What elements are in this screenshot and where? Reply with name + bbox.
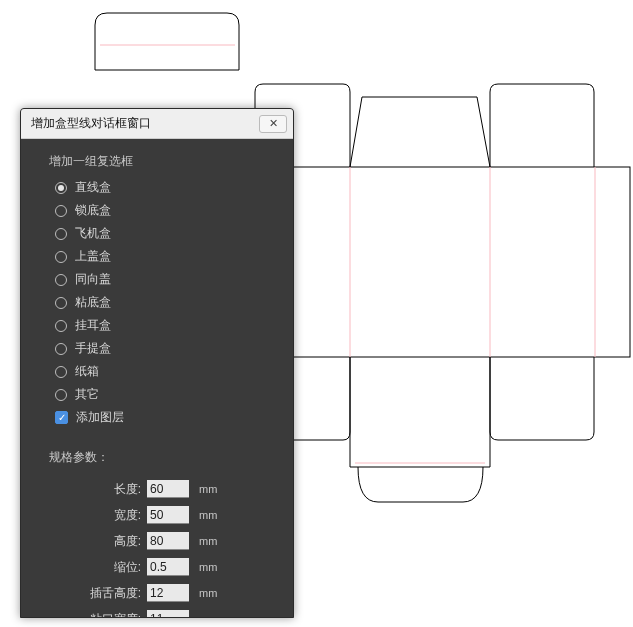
add-layer-label: 添加图层 — [76, 409, 124, 426]
dialog-titlebar[interactable]: 增加盒型线对话框窗口 ✕ — [21, 109, 293, 139]
spec-unit: mm — [199, 535, 217, 547]
radio-icon — [55, 389, 67, 401]
spec-label: 缩位: — [49, 559, 143, 576]
checkbox-icon — [55, 411, 68, 424]
box-type-options: 直线盒锁底盒飞机盒上盖盒同向盖粘底盒挂耳盒手提盒纸箱其它添加图层 — [55, 176, 275, 429]
option-label: 纸箱 — [75, 363, 99, 380]
radio-icon — [55, 205, 67, 217]
add-layer-option[interactable]: 添加图层 — [55, 406, 275, 429]
box-type-option[interactable]: 锁底盒 — [55, 199, 275, 222]
spec-unit: mm — [199, 509, 217, 521]
spec-input[interactable] — [147, 480, 189, 498]
spec-row: 缩位:mm — [49, 554, 275, 580]
spec-row: 宽度:mm — [49, 502, 275, 528]
option-label: 锁底盒 — [75, 202, 111, 219]
spec-label: 宽度: — [49, 507, 143, 524]
spec-label: 长度: — [49, 481, 143, 498]
option-label: 其它 — [75, 386, 99, 403]
spec-label: 粘口宽度: — [49, 611, 143, 618]
spec-row: 粘口宽度:mm — [49, 606, 275, 617]
option-label: 手提盒 — [75, 340, 111, 357]
close-button[interactable]: ✕ — [259, 115, 287, 133]
box-type-option[interactable]: 手提盒 — [55, 337, 275, 360]
spec-input[interactable] — [147, 532, 189, 550]
spec-title: 规格参数： — [49, 449, 275, 466]
spec-input[interactable] — [147, 558, 189, 576]
radio-icon — [55, 274, 67, 286]
add-box-dialog: 增加盒型线对话框窗口 ✕ 增加一组复选框 直线盒锁底盒飞机盒上盖盒同向盖粘底盒挂… — [20, 108, 294, 618]
spec-unit: mm — [199, 587, 217, 599]
radio-icon — [55, 228, 67, 240]
radio-icon — [55, 251, 67, 263]
radio-icon — [55, 343, 67, 355]
spec-section: 规格参数： 长度:mm宽度:mm高度:mm缩位:mm插舌高度:mm粘口宽度:mm — [49, 449, 275, 617]
spec-input[interactable] — [147, 506, 189, 524]
spec-row: 高度:mm — [49, 528, 275, 554]
option-label: 直线盒 — [75, 179, 111, 196]
spec-unit: mm — [199, 561, 217, 573]
radio-icon — [55, 182, 67, 194]
close-icon: ✕ — [269, 117, 278, 130]
dialog-body: 增加一组复选框 直线盒锁底盒飞机盒上盖盒同向盖粘底盒挂耳盒手提盒纸箱其它添加图层… — [21, 139, 293, 617]
box-type-option[interactable]: 上盖盒 — [55, 245, 275, 268]
option-label: 粘底盒 — [75, 294, 111, 311]
spec-label: 插舌高度: — [49, 585, 143, 602]
spec-input[interactable] — [147, 610, 189, 617]
box-type-option[interactable]: 粘底盒 — [55, 291, 275, 314]
box-type-option[interactable]: 飞机盒 — [55, 222, 275, 245]
option-label: 挂耳盒 — [75, 317, 111, 334]
group-label: 增加一组复选框 — [49, 153, 275, 170]
spec-row: 长度:mm — [49, 476, 275, 502]
option-label: 飞机盒 — [75, 225, 111, 242]
radio-icon — [55, 297, 67, 309]
spec-unit: mm — [199, 483, 217, 495]
box-type-option[interactable]: 同向盖 — [55, 268, 275, 291]
spec-unit: mm — [199, 613, 217, 617]
box-type-option[interactable]: 纸箱 — [55, 360, 275, 383]
option-label: 上盖盒 — [75, 248, 111, 265]
spec-input[interactable] — [147, 584, 189, 602]
spec-label: 高度: — [49, 533, 143, 550]
box-type-option[interactable]: 直线盒 — [55, 176, 275, 199]
radio-icon — [55, 366, 67, 378]
dialog-title: 增加盒型线对话框窗口 — [31, 115, 151, 132]
spec-row: 插舌高度:mm — [49, 580, 275, 606]
box-type-option[interactable]: 其它 — [55, 383, 275, 406]
box-type-option[interactable]: 挂耳盒 — [55, 314, 275, 337]
radio-icon — [55, 320, 67, 332]
option-label: 同向盖 — [75, 271, 111, 288]
